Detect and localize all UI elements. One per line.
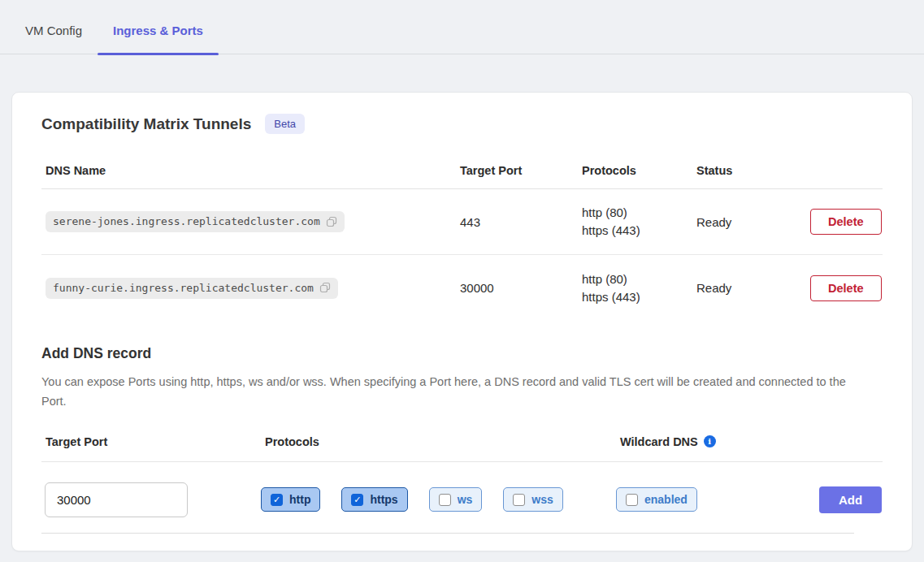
actions-cell: Delete (806, 209, 889, 235)
checkbox-label: https (370, 493, 397, 506)
protocols-label: Protocols (261, 435, 616, 448)
bottom-divider (41, 533, 854, 534)
target-port-input[interactable] (45, 482, 188, 517)
protocols-cell: http (80) https (443) (578, 270, 692, 306)
dns-name-pill: funny-curie.ingress.replicatedcluster.co… (46, 278, 338, 299)
protocol-line: https (443) (582, 288, 692, 306)
actions-cell: Delete (806, 275, 889, 301)
wildcard-dns-label-text: Wildcard DNS (620, 435, 698, 448)
card-header: Compatibility Matrix Tunnels Beta (41, 114, 883, 134)
wildcard-dns-cell: ✓ enabled (616, 487, 819, 512)
checkbox-box: ✓ (271, 494, 283, 506)
copy-icon[interactable] (319, 282, 331, 293)
target-port-field-cell (41, 482, 261, 517)
status-cell: Ready (692, 281, 806, 295)
ws-checkbox[interactable]: ✓ ws (429, 487, 483, 512)
column-header-status: Status (692, 164, 806, 177)
tab-ingress-ports[interactable]: Ingress & Ports (98, 24, 219, 54)
dns-name-cell: funny-curie.ingress.replicatedcluster.co… (41, 278, 456, 299)
add-button[interactable]: Add (819, 486, 882, 513)
protocol-line: https (443) (582, 222, 692, 240)
add-dns-record-title: Add DNS record (41, 345, 883, 362)
target-port-label: Target Port (41, 435, 261, 448)
tunnels-card: Compatibility Matrix Tunnels Beta DNS Na… (11, 92, 913, 551)
protocol-line: http (80) (582, 270, 692, 288)
target-port-cell: 30000 (456, 281, 578, 295)
tab-vm-config[interactable]: VM Config (10, 24, 98, 54)
table-row: funny-curie.ingress.replicatedcluster.co… (41, 255, 883, 321)
form-label-row: Target Port Protocols Wildcard DNS i (41, 435, 883, 462)
delete-button[interactable]: Delete (810, 209, 882, 235)
protocols-cell: http (80) https (443) (578, 204, 692, 240)
status-cell: Ready (692, 215, 806, 229)
tunnels-table: DNS Name Target Port Protocols Status se… (41, 152, 883, 321)
protocol-checkbox-group: ✓ http ✓ https ✓ ws ✓ wss (261, 487, 616, 512)
beta-badge: Beta (265, 114, 305, 134)
checkbox-box: ✓ (626, 494, 638, 506)
page-title: Compatibility Matrix Tunnels (41, 115, 251, 133)
dns-name-cell: serene-jones.ingress.replicatedcluster.c… (41, 211, 456, 232)
dns-name-text: serene-jones.ingress.replicatedcluster.c… (53, 215, 320, 227)
column-header-target-port: Target Port (456, 164, 578, 177)
add-dns-form-row: ✓ http ✓ https ✓ ws ✓ wss ✓ enabled Add (41, 482, 883, 517)
checkbox-label: http (289, 493, 310, 506)
tab-bar: VM Config Ingress & Ports (0, 0, 924, 54)
wildcard-enabled-checkbox[interactable]: ✓ enabled (616, 487, 697, 512)
wildcard-dns-label: Wildcard DNS i (616, 435, 883, 448)
table-header-row: DNS Name Target Port Protocols Status (41, 152, 883, 189)
column-header-protocols: Protocols (578, 164, 692, 177)
https-checkbox[interactable]: ✓ https (341, 487, 407, 512)
wss-checkbox[interactable]: ✓ wss (503, 487, 562, 512)
http-checkbox[interactable]: ✓ http (261, 487, 320, 512)
column-header-dns-name: DNS Name (41, 164, 456, 177)
target-port-cell: 443 (456, 215, 578, 229)
table-row: serene-jones.ingress.replicatedcluster.c… (41, 189, 883, 255)
add-dns-record-description: You can expose Ports using http, https, … (41, 373, 862, 412)
checkbox-label: enabled (644, 493, 688, 506)
checkbox-label: ws (458, 493, 473, 506)
checkbox-box: ✓ (513, 494, 525, 506)
dns-name-pill: serene-jones.ingress.replicatedcluster.c… (46, 211, 345, 232)
checkbox-box: ✓ (351, 494, 363, 506)
info-icon[interactable]: i (704, 435, 716, 447)
copy-icon[interactable] (326, 216, 337, 227)
protocol-line: http (80) (582, 204, 692, 222)
checkbox-box: ✓ (439, 494, 451, 506)
checkbox-label: wss (531, 493, 553, 506)
delete-button[interactable]: Delete (810, 275, 882, 301)
dns-name-text: funny-curie.ingress.replicatedcluster.co… (53, 282, 314, 294)
